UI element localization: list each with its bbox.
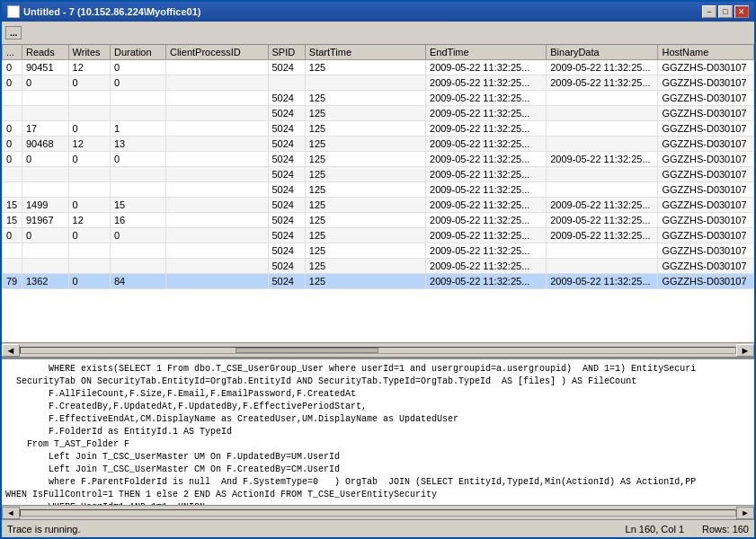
table-cell [547,243,658,259]
table-scroll-wrapper[interactable]: ... Reads Writes Duration ClientProcessI… [2,45,754,342]
maximize-button[interactable]: □ [718,5,733,18]
table-cell: 2009-05-22 11:32:25... [426,121,547,137]
minimize-button[interactable]: − [702,5,716,18]
table-cell [165,259,268,274]
table-cell: 5024 [268,228,305,243]
table-cell: 125 [305,167,425,182]
table-cell: 0 [22,75,68,91]
table-cell: 2009-05-22 11:32:25... [547,274,658,289]
table-row[interactable]: 00002009-05-22 11:32:25...2009-05-22 11:… [3,75,754,91]
table-cell: 2009-05-22 11:32:25... [426,137,547,152]
table-cell [3,167,22,182]
scroll-thumb[interactable] [236,348,378,353]
table-cell: 0 [111,228,166,243]
table-cell: 0 [111,60,166,75]
table-cell: 125 [305,243,425,259]
table-row[interactable]: 50241252009-05-22 11:32:25...GGZZHS-D030… [3,106,754,121]
table-row[interactable]: 000050241252009-05-22 11:32:25...2009-05… [3,228,754,243]
col-header-ellipsis[interactable]: ... [3,45,22,60]
table-cell: 1362 [22,274,68,289]
table-cell: 125 [305,137,425,152]
table-cell [68,106,110,121]
toolbar-ellipsis-button[interactable]: ... [5,26,22,40]
table-row[interactable]: 50241252009-05-22 11:32:25...GGZZHS-D030… [3,167,754,182]
table-row[interactable]: 000050241252009-05-22 11:32:25...2009-05… [3,152,754,167]
table-cell: 0 [111,75,166,91]
scroll-track[interactable] [20,347,736,354]
status-bar: Trace is running. Ln 160, Col 1 Rows: 16… [2,519,754,537]
table-cell: 125 [305,182,425,198]
table-cell [111,167,166,182]
table-cell: 0 [22,152,68,167]
table-cell: 0 [3,121,22,137]
close-button[interactable]: ✕ [734,5,749,18]
sql-horizontal-scrollbar[interactable]: ◄ ► [2,505,754,519]
table-cell [165,106,268,121]
table-cell: 125 [305,228,425,243]
table-cell: 5024 [268,152,305,167]
sql-scroll-track[interactable] [20,509,736,517]
table-cell [165,228,268,243]
sql-editor[interactable] [2,359,754,505]
table-cell: 0 [3,75,22,91]
horizontal-scrollbar[interactable]: ◄ ► [2,342,754,357]
table-row[interactable]: 09045112050241252009-05-22 11:32:25...20… [3,60,754,75]
table-cell: 79 [3,274,22,289]
col-header-starttime[interactable]: StartTime [305,45,425,60]
table-cell: 2009-05-22 11:32:25... [426,274,547,289]
table-cell [547,182,658,198]
table-cell: 13 [111,137,166,152]
table-cell: 90451 [22,60,68,75]
col-header-reads[interactable]: Reads [22,45,68,60]
toolbar: ... [2,22,754,45]
table-cell [547,91,658,106]
table-row[interactable]: 1591967121650241252009-05-22 11:32:25...… [3,213,754,228]
table-section: ... Reads Writes Duration ClientProcessI… [2,45,754,359]
table-cell: 15 [111,198,166,213]
table-cell: 125 [305,213,425,228]
col-header-writes[interactable]: Writes [68,45,110,60]
sql-scroll-left[interactable]: ◄ [2,507,20,519]
table-cell: 125 [305,91,425,106]
col-header-duration[interactable]: Duration [111,45,166,60]
table-row[interactable]: 0170150241252009-05-22 11:32:25...GGZZHS… [3,121,754,137]
table-cell: 5024 [268,182,305,198]
table-cell [68,167,110,182]
table-cell: 2009-05-22 11:32:25... [426,91,547,106]
col-header-cpid[interactable]: ClientProcessID [165,45,268,60]
table-row[interactable]: 50241252009-05-22 11:32:25...GGZZHS-D030… [3,91,754,106]
table-cell [165,213,268,228]
table-row[interactable]: 50241252009-05-22 11:32:25...GGZZHS-D030… [3,182,754,198]
col-header-spid[interactable]: SPID [268,45,305,60]
table-cell: 5024 [268,274,305,289]
col-header-binarydata[interactable]: BinaryData [547,45,658,60]
table-row[interactable]: 090468121350241252009-05-22 11:32:25...G… [3,137,754,152]
table-cell [547,106,658,121]
main-content: ... Reads Writes Duration ClientProcessI… [2,45,754,537]
table-cell: 5024 [268,60,305,75]
sql-scroll-right[interactable]: ► [736,507,754,519]
trace-status: Trace is running. [7,524,81,535]
table-row[interactable]: 15149901550241252009-05-22 11:32:25...20… [3,198,754,213]
table-cell [3,182,22,198]
table-cell [22,91,68,106]
table-cell: 17 [22,121,68,137]
table-cell: 125 [305,152,425,167]
table-cell: 5024 [268,106,305,121]
table-row[interactable]: 50241252009-05-22 11:32:25...GGZZHS-D030… [3,259,754,274]
table-cell [165,152,268,167]
table-cell: 84 [111,274,166,289]
table-cell [111,182,166,198]
table-row[interactable]: 79136208450241252009-05-22 11:32:25...20… [3,274,754,289]
scroll-right-btn[interactable]: ► [736,344,754,357]
col-header-hostname[interactable]: HostName [658,45,754,60]
table-cell [165,75,268,91]
table-cell: 90468 [22,137,68,152]
cursor-position: Ln 160, Col 1 [626,524,684,535]
table-cell [68,259,110,274]
sql-section: ◄ ► [2,359,754,519]
table-row[interactable]: 50241252009-05-22 11:32:25...GGZZHS-D030… [3,243,754,259]
col-header-endtime[interactable]: EndTime [426,45,547,60]
table-cell: 5024 [268,198,305,213]
scroll-left-btn[interactable]: ◄ [2,344,20,357]
